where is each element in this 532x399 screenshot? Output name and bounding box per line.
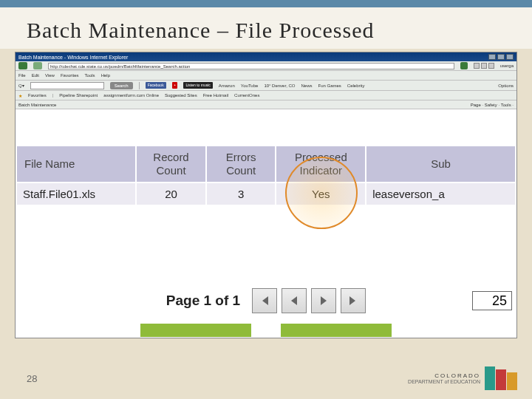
menu-tools[interactable]: Tools	[85, 73, 95, 78]
window-title-text: Batch Maintenance - Windows Internet Exp…	[18, 55, 128, 60]
notif-badge[interactable]: •	[172, 82, 178, 89]
forward-button[interactable]	[33, 62, 42, 69]
fav-item-1[interactable]: assignmentform.com Online	[103, 93, 159, 98]
menu-favorites[interactable]: Favorites	[61, 73, 79, 78]
toolbar-link-weather[interactable]: 10° Denver, CO	[264, 83, 295, 88]
fav-item-4[interactable]: CurrentOnes	[234, 93, 259, 98]
maximize-button[interactable]	[497, 54, 505, 60]
batch-table: File Name RecordCount ErrorsCount Proces…	[16, 145, 516, 206]
toolbar-row: Q▾ Search Facebook • Listen to music Ama…	[16, 81, 516, 91]
menu-file[interactable]: File	[18, 73, 26, 78]
brand-line2: DEPARTMENT of EDUCATION	[408, 379, 480, 384]
cert-icon	[481, 63, 487, 69]
favorites-label[interactable]: Favorites	[28, 93, 47, 98]
toolbar-search-button[interactable]: Search	[110, 82, 133, 89]
menu-view[interactable]: View	[45, 73, 55, 78]
favorites-icon[interactable]: ★	[18, 93, 22, 98]
listen-badge[interactable]: Listen to music	[183, 82, 212, 89]
cell-file-name: Staff.File01.xls	[16, 183, 136, 205]
cde-logo	[485, 366, 517, 390]
menu-bar: File Edit View Favorites Tools Help	[16, 71, 516, 81]
favorites-bar: ★ Favorites | Pipeline Sharepoint assign…	[16, 91, 516, 100]
pager-label: Page 1 of 1	[166, 293, 240, 309]
green-strip	[16, 324, 516, 338]
window-titlebar: Batch Maintenance - Windows Internet Exp…	[16, 52, 516, 61]
logo-bar-d	[496, 369, 506, 390]
toolbar-search-input[interactable]	[30, 82, 104, 89]
cell-errors-count: 3	[206, 183, 276, 205]
slide-title: Batch Maintenance – File Processed	[0, 7, 532, 49]
tab-row: Batch Maintenance Page · Safety · Tools …	[16, 100, 516, 109]
col-record-count[interactable]: RecordCount	[136, 146, 206, 183]
toolbar-link-games[interactable]: Fun Games	[318, 83, 341, 88]
green-block-1	[140, 324, 251, 337]
address-bar-row: http://cdechat.cde.state.co.us/poedm/Bat…	[16, 61, 516, 71]
table-header-row: File Name RecordCount ErrorsCount Proces…	[16, 146, 516, 183]
security-icons	[474, 63, 494, 69]
toolbar-link-amazon[interactable]: Amazon	[219, 83, 235, 88]
content-area: File Name RecordCount ErrorsCount Proces…	[16, 145, 516, 278]
back-button[interactable]	[18, 62, 27, 69]
cell-submitted: leaseverson_a	[366, 183, 516, 205]
page-tools[interactable]: Page · Safety · Tools ·	[471, 103, 514, 107]
fav-item-2[interactable]: Suggested Sites	[165, 93, 197, 98]
last-page-button[interactable]	[341, 288, 366, 313]
popup-icon	[488, 63, 494, 69]
fav-item-0[interactable]: Pipeline Sharepoint	[59, 93, 98, 98]
user-badge: userga	[500, 64, 514, 68]
go-button[interactable]	[460, 62, 468, 69]
col-file-name[interactable]: File Name	[16, 146, 136, 183]
lock-icon	[474, 63, 480, 69]
col-errors-count[interactable]: ErrorsCount	[206, 146, 276, 183]
toolbar-options[interactable]: Options	[498, 83, 514, 88]
first-page-button[interactable]	[252, 288, 277, 313]
logo-bar-c	[485, 366, 495, 390]
page-tab[interactable]: Batch Maintenance	[18, 103, 56, 107]
per-page-input[interactable]: 25	[472, 291, 512, 310]
next-page-button[interactable]	[311, 288, 336, 313]
menu-help[interactable]: Help	[101, 73, 110, 78]
table-row[interactable]: Staff.File01.xls 20 3 Yes leaseverson_a	[16, 183, 516, 205]
cell-record-count: 20	[136, 183, 206, 205]
col-processed[interactable]: ProcessedIndicator	[276, 146, 366, 183]
toolbar-link-news[interactable]: News	[301, 83, 312, 88]
brand-block: COLORADO DEPARTMENT of EDUCATION	[408, 366, 517, 390]
url-input[interactable]: http://cdechat.cde.state.co.us/poedm/Bat…	[48, 63, 454, 69]
toolbar-link-celebrity[interactable]: Celebrity	[347, 83, 365, 88]
prev-page-button[interactable]	[282, 288, 307, 313]
browser-window: Batch Maintenance - Windows Internet Exp…	[15, 52, 517, 338]
slide-footer: 28 COLORADO DEPARTMENT of EDUCATION	[27, 366, 517, 390]
pager-row: Page 1 of 1 25	[16, 278, 516, 324]
fav-item-3[interactable]: Free Hotmail	[203, 93, 228, 98]
logo-bar-e	[507, 372, 517, 390]
toolbar-q-label: Q▾	[18, 83, 24, 88]
cell-processed: Yes	[276, 183, 366, 205]
slide-accent-bar	[0, 0, 532, 7]
menu-edit[interactable]: Edit	[32, 73, 39, 78]
toolbar-sep	[139, 82, 140, 89]
toolbar-link-youtube[interactable]: YouTube	[241, 83, 259, 88]
minimize-button[interactable]	[488, 54, 496, 60]
brand-text: COLORADO DEPARTMENT of EDUCATION	[408, 372, 480, 384]
green-block-2	[281, 324, 392, 337]
col-submitted[interactable]: Sub	[366, 146, 516, 183]
brand-line1: COLORADO	[408, 372, 480, 379]
facebook-badge[interactable]: Facebook	[146, 82, 166, 89]
slide-page-number: 28	[27, 373, 37, 384]
window-controls	[488, 54, 514, 60]
close-button[interactable]	[506, 54, 514, 60]
